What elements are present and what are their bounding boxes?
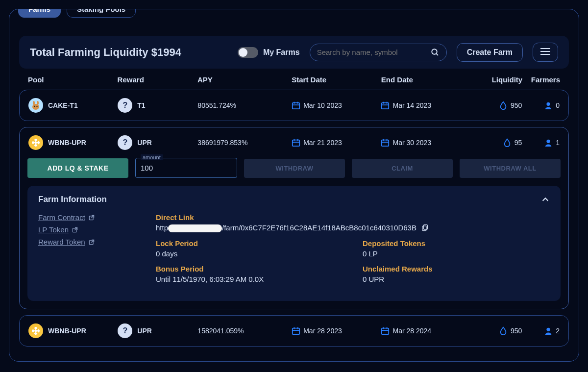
total-liquidity: Total Farming Liquidity $1994 [30, 46, 181, 59]
hamburger-icon [540, 48, 551, 55]
chevron-up-icon [541, 195, 550, 204]
reward-name: UPR [137, 139, 152, 147]
token-icon-unknown: ? [118, 323, 132, 338]
lp-token-link[interactable]: LP Token [38, 225, 136, 234]
farmers-value: 0 [556, 101, 560, 109]
my-farms-toggle[interactable] [238, 47, 258, 58]
token-icon-cake [28, 98, 43, 113]
farm-row: CAKE-T1 ? T1 80551.724% Mar 10 2023 Mar … [19, 90, 569, 121]
svg-point-0 [432, 49, 437, 54]
pool-name: WBNB-UPR [48, 327, 86, 335]
claim-button[interactable]: CLAIM [352, 159, 453, 178]
end-date: Mar 30 2023 [392, 139, 431, 147]
liquidity-icon [499, 326, 508, 335]
farmers-icon [544, 101, 553, 110]
col-apy: APY [197, 75, 292, 84]
token-icon-unknown: ? [118, 135, 132, 150]
start-date: Mar 28 2023 [303, 327, 342, 335]
main-frame: Farms Staking Pools Total Farming Liquid… [9, 9, 579, 362]
token-icon-wbnb [28, 135, 43, 150]
farm-info-header[interactable]: Farm Information [38, 195, 550, 204]
external-link-icon [72, 226, 78, 233]
amount-label: amount [141, 154, 163, 160]
reward-token-link[interactable]: Reward Token [38, 238, 136, 246]
unclaimed-label: Unclaimed Rewards [363, 265, 550, 273]
withdraw-all-button[interactable]: WITHDRAW ALL [460, 159, 561, 178]
calendar-icon [292, 101, 300, 110]
bonus-period-label: Bonus Period [156, 265, 343, 273]
pool-name: WBNB-UPR [48, 139, 86, 147]
farm-row: WBNB-UPR ? UPR 38691979.853% Mar 21 2023… [19, 127, 569, 309]
liquidity-value: 95 [514, 139, 522, 147]
farm-info-panel: Farm Information Farm Contract LP Token … [27, 186, 561, 301]
farm-contract-link[interactable]: Farm Contract [38, 213, 136, 222]
calendar-icon [381, 101, 390, 110]
lock-period-value: 0 days [156, 249, 343, 258]
calendar-icon [381, 326, 390, 335]
end-date: Mar 14 2023 [392, 101, 431, 109]
calendar-icon [292, 326, 300, 335]
action-bar: ADD LQ & STAKE amount WITHDRAW CLAIM WIT… [20, 158, 568, 186]
col-pool: Pool [28, 75, 118, 84]
direct-link-value: http/farm/0x6C7F2E76f16C28AE14f18ABcB8c0… [156, 223, 416, 232]
search-input[interactable] [317, 48, 431, 56]
menu-button[interactable] [533, 43, 558, 62]
farm-info-body: Farm Contract LP Token Reward Token Dire… [38, 213, 550, 290]
farmers-icon [544, 138, 553, 147]
amount-field[interactable]: amount [135, 158, 237, 178]
col-start: Start Date [292, 75, 381, 84]
liquidity-value: 950 [511, 101, 522, 109]
apy-value: 1582041.059% [197, 327, 292, 335]
tab-staking-pools[interactable]: Staking Pools [67, 9, 136, 18]
external-link-icon [88, 239, 95, 246]
my-farms-label: My Farms [263, 48, 300, 57]
token-icon-unknown: ? [118, 98, 132, 113]
total-liquidity-label: Total Farming Liquidity [30, 46, 148, 58]
my-farms-toggle-wrap: My Farms [238, 47, 300, 58]
token-icon-wbnb [28, 323, 43, 338]
reward-name: UPR [137, 327, 152, 335]
start-date: Mar 10 2023 [303, 101, 342, 109]
amount-input[interactable] [136, 158, 237, 177]
filter-bar: Total Farming Liquidity $1994 My Farms C… [19, 36, 569, 69]
unclaimed-value: 0 UPR [363, 275, 550, 283]
deposited-value: 0 LP [363, 249, 550, 258]
bonus-period-value: Until 11/5/1970, 6:03:29 AM 0.0X [156, 275, 343, 283]
copy-icon[interactable] [420, 224, 428, 232]
apy-value: 38691979.853% [197, 139, 292, 147]
col-liquidity: Liquidity [470, 75, 522, 84]
farm-info-title: Farm Information [38, 195, 107, 204]
reward-name: T1 [137, 101, 145, 109]
farmers-value: 2 [556, 327, 560, 335]
redacted-host [168, 224, 222, 232]
calendar-icon [292, 138, 300, 147]
lock-period-label: Lock Period [156, 239, 343, 248]
add-lq-stake-button[interactable]: ADD LQ & STAKE [27, 158, 128, 178]
svg-line-1 [436, 53, 438, 55]
apy-value: 80551.724% [197, 101, 292, 109]
page-tabs: Farms Staking Pools [18, 9, 142, 18]
col-reward: Reward [118, 75, 197, 84]
withdraw-button[interactable]: WITHDRAW [244, 159, 345, 178]
col-end: End Date [381, 75, 471, 84]
farm-row-header[interactable]: WBNB-UPR ? UPR 38691979.853% Mar 21 2023… [20, 127, 568, 158]
farm-row-header[interactable]: WBNB-UPR ? UPR 1582041.059% Mar 28 2023 … [20, 316, 568, 346]
farm-row-header[interactable]: CAKE-T1 ? T1 80551.724% Mar 10 2023 Mar … [20, 90, 568, 121]
liquidity-value: 950 [511, 327, 522, 335]
pool-name: CAKE-T1 [48, 101, 78, 109]
search-box[interactable] [310, 44, 447, 61]
external-link-icon [88, 214, 95, 221]
direct-link-label: Direct Link [156, 213, 550, 222]
total-liquidity-value: $1994 [151, 46, 181, 58]
start-date: Mar 21 2023 [303, 139, 342, 147]
calendar-icon [381, 138, 390, 147]
tab-farms[interactable]: Farms [18, 9, 61, 18]
deposited-label: Deposited Tokens [363, 239, 550, 248]
liquidity-icon [499, 101, 508, 110]
search-icon [431, 48, 440, 57]
create-farm-button[interactable]: Create Farm [457, 43, 523, 62]
farmers-value: 1 [556, 139, 560, 147]
liquidity-icon [503, 138, 512, 147]
farm-row: WBNB-UPR ? UPR 1582041.059% Mar 28 2023 … [19, 315, 569, 347]
col-farmers: Farmers [522, 75, 560, 84]
